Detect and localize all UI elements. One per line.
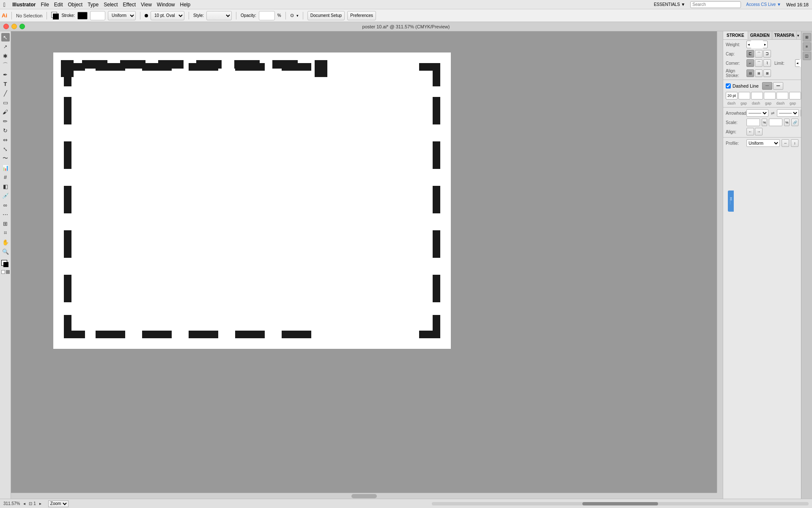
hand-tool[interactable]: ✋ [1, 238, 10, 246]
blue-tab[interactable]: Hi... [728, 190, 734, 212]
symbol-sprayer-tool[interactable]: ⋯ [1, 210, 10, 218]
maximize-button[interactable] [19, 24, 25, 29]
document-setup-btn[interactable]: Document Setup [307, 11, 345, 20]
mesh-tool[interactable]: # [1, 173, 10, 181]
mirror-tool[interactable]: ⇔ [1, 135, 10, 144]
profile-flip-v[interactable]: ↕ [791, 139, 798, 147]
menu-type[interactable]: Type [88, 2, 99, 8]
tab-gradient[interactable]: GRADIEN [748, 31, 772, 39]
canvas-area[interactable] [11, 31, 723, 499]
apple-menu[interactable]:  [3, 1, 5, 8]
search-input[interactable] [690, 1, 741, 8]
scale-tool[interactable]: ⤡ [1, 145, 10, 153]
status-scroll-thumb[interactable] [582, 502, 658, 505]
gap-3-input[interactable] [789, 92, 801, 99]
gradient-tool[interactable]: ◧ [1, 182, 10, 190]
tab-transparency[interactable]: TRANSPA [772, 31, 797, 39]
dash-option-1[interactable]: ╌╌ [762, 82, 772, 90]
dash-3-input[interactable] [776, 92, 788, 99]
scroll-thumb-h[interactable] [351, 494, 377, 498]
preferences-btn[interactable]: Preferences [347, 11, 376, 20]
gap-2-input[interactable] [764, 92, 776, 99]
cap-butt-btn[interactable]: ⊏ [746, 50, 754, 58]
select-tool[interactable]: ↖ [1, 33, 10, 41]
warp-tool[interactable]: 〜 [1, 154, 10, 163]
pen-tool[interactable]: ✒ [1, 70, 10, 79]
cap-round-btn[interactable]: ⌒ [755, 50, 763, 58]
menu-object[interactable]: Object [68, 2, 83, 8]
menu-file[interactable]: File [41, 2, 49, 8]
fill-stroke-icons[interactable] [1, 260, 10, 268]
eyedropper-tool[interactable]: 💉 [1, 191, 10, 200]
line-tool[interactable]: ╱ [1, 89, 10, 97]
minimize-button[interactable] [11, 24, 17, 29]
arrow-swap-icon[interactable]: ⇌ [770, 111, 775, 116]
stroke-color-btn[interactable] [77, 12, 88, 19]
panel-options-icon[interactable]: ▾ [797, 33, 801, 38]
scale-link-btn[interactable]: 🔗 [791, 119, 798, 126]
essentials-menu[interactable]: ESSENTIALS ▼ [654, 2, 685, 7]
app-name[interactable]: Illustrator [12, 2, 36, 8]
corner-round-btn[interactable]: ⌒ [755, 59, 763, 67]
status-arrow-left[interactable]: ◂ [23, 501, 25, 506]
slice-tool[interactable]: ⌗ [1, 229, 10, 237]
tab-stroke[interactable]: STROKE [723, 31, 748, 39]
menu-help[interactable]: Help [180, 2, 191, 8]
arrow-end-select[interactable]: ———— [777, 109, 799, 117]
paintbrush-tool[interactable]: 🖌 [1, 108, 10, 116]
cap-square-btn[interactable]: ⊐ [763, 50, 771, 58]
status-arrow-right[interactable]: ▸ [39, 501, 41, 506]
type-tool[interactable]: T [1, 80, 10, 88]
scale-x-input[interactable]: 100 [746, 119, 760, 126]
dash-2-input[interactable] [751, 92, 763, 99]
gap-1-input[interactable] [738, 92, 750, 99]
weight-decrease[interactable]: ◂ [747, 42, 751, 47]
profile-select[interactable]: Uniform [746, 139, 780, 147]
limit-decrease[interactable]: ◂ [796, 61, 799, 65]
far-right-icon-1[interactable]: ⊞ [803, 33, 811, 41]
stroke-type-select[interactable]: Uniform [108, 11, 136, 20]
align-left-btn[interactable]: ← [746, 128, 754, 135]
menu-view[interactable]: View [141, 2, 152, 8]
style-select[interactable] [206, 11, 232, 20]
pencil-tool[interactable]: ✏ [1, 117, 10, 125]
profile-flip-h[interactable]: ↔ [782, 139, 789, 147]
rect-tool[interactable]: ▭ [1, 98, 10, 107]
fill-swatch[interactable] [51, 12, 59, 19]
align-center-btn[interactable]: ⊟ [746, 69, 754, 77]
menu-select[interactable]: Select [104, 2, 118, 8]
align-inside-btn[interactable]: ⊞ [755, 69, 763, 77]
artboard[interactable] [53, 52, 451, 349]
menu-edit[interactable]: Edit [54, 2, 63, 8]
opacity-input[interactable]: 100 [259, 11, 275, 20]
menu-effect[interactable]: Effect [123, 2, 136, 8]
zoom-select[interactable]: Zoom [48, 500, 69, 507]
corner-miter-btn[interactable]: ⌐ [746, 59, 754, 67]
weight-increase[interactable]: ▸ [763, 42, 767, 47]
visibility-btn[interactable]: ⊙ [290, 13, 294, 18]
artboard-tool[interactable]: ⊞ [1, 219, 10, 228]
dash-option-2[interactable]: ━━ [773, 82, 783, 90]
direct-select-tool[interactable]: ↗ [1, 42, 10, 51]
corner-bevel-btn[interactable]: ⌇ [763, 59, 771, 67]
vertical-scrollbar[interactable] [717, 31, 723, 493]
status-scrollbar[interactable] [432, 502, 809, 505]
magic-wand-tool[interactable]: ✱ [1, 52, 10, 60]
weight-input[interactable]: 5 pt [751, 41, 763, 48]
dash-1-input[interactable] [726, 92, 738, 99]
access-cs-live[interactable]: Access CS Live ▼ [746, 2, 781, 7]
blend-tool[interactable]: ∞ [1, 201, 10, 209]
align-outside-btn[interactable]: ⊠ [763, 69, 771, 77]
align-right-btn[interactable]: → [755, 128, 763, 135]
rotate-tool[interactable]: ↻ [1, 126, 10, 135]
far-right-icon-3[interactable]: ◫ [803, 52, 811, 60]
horizontal-scrollbar[interactable] [11, 493, 717, 499]
dashed-line-checkbox[interactable] [726, 83, 731, 88]
stroke-shape-select[interactable]: 10 pt. Oval [151, 11, 184, 20]
graph-tool[interactable]: 📊 [1, 163, 10, 172]
stroke-weight-input[interactable]: 5 pt [90, 11, 105, 20]
lasso-tool[interactable]: ⌒ [1, 61, 10, 69]
scale-y-input[interactable]: 100 [769, 119, 782, 126]
menu-window[interactable]: Window [157, 2, 175, 8]
view-mode-icons[interactable] [1, 270, 10, 274]
